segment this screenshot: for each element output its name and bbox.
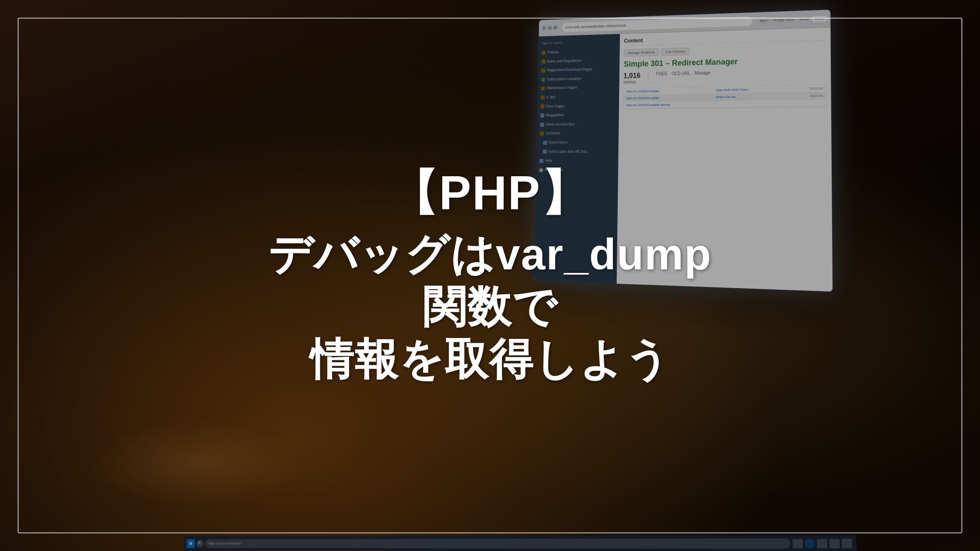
main-title: 【PHP】 bbox=[249, 166, 731, 219]
page-container: cms-exfo.azurewebsites.net/en/a/ook Apps… bbox=[0, 0, 980, 551]
subtitle-line1: デバッグはvar_dump関数で bbox=[249, 228, 731, 333]
subtitle-line2: 情報を取得しよう bbox=[249, 333, 731, 385]
hero-text-container: 【PHP】 デバッグはvar_dump関数で 情報を取得しよう bbox=[249, 166, 731, 385]
